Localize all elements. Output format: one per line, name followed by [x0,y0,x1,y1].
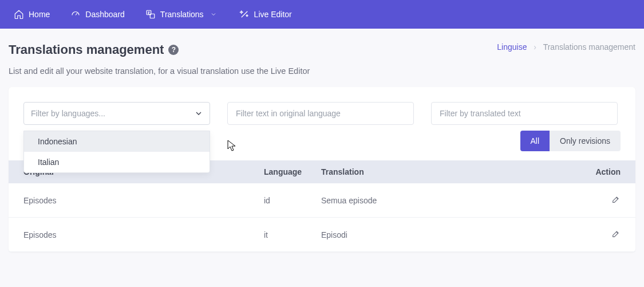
cursor-icon [227,140,236,154]
help-icon[interactable]: ? [168,45,179,55]
top-nav: Home Dashboard Translations Live Editor [0,0,644,29]
cell-original: Episodes [23,196,264,205]
cell-translation: Episodi [321,230,580,239]
page-description: List and edit all your website translati… [0,61,644,87]
nav-dashboard[interactable]: Dashboard [62,5,133,24]
col-language: Language [264,167,321,176]
wand-icon [239,9,250,19]
home-icon [14,9,24,19]
chevron-down-icon [208,9,219,19]
breadcrumb-current: Translations management [543,42,635,52]
dropdown-option-italian[interactable]: Italian [24,152,210,172]
chevron-down-icon [194,109,203,120]
page-header: Translations management ? Linguise › Tra… [0,29,644,61]
nav-translations[interactable]: Translations [137,5,227,24]
breadcrumb: Linguise › Translations management [497,42,635,52]
toggle-revisions[interactable]: Only revisions [550,131,621,151]
chevron-right-icon: › [534,42,536,52]
table-row: Episodes id Semua episode [9,183,635,218]
col-translation: Translation [321,167,580,176]
toggle-all[interactable]: All [520,131,550,151]
cell-original: Episodes [23,230,264,239]
table-row: Episodes it Episodi [9,218,635,252]
filter-row [9,87,635,125]
nav-home[interactable]: Home [6,5,58,24]
page-title: Translations management [9,42,164,57]
cell-language: it [264,230,321,239]
language-filter-input[interactable] [23,102,210,125]
nav-dashboard-label: Dashboard [85,10,125,19]
cell-translation: Semua episode [321,196,580,205]
dropdown-option-indonesian[interactable]: Indonesian [24,131,210,152]
cell-language: id [264,196,321,205]
translations-table: Original Language Translation Action Epi… [9,160,635,252]
edit-icon[interactable] [611,231,621,240]
nav-home-label: Home [29,10,50,19]
language-filter[interactable] [23,102,210,125]
nav-translations-label: Translations [160,10,204,19]
col-action: Action [580,167,621,176]
breadcrumb-root[interactable]: Linguise [497,42,527,52]
translated-text-filter[interactable] [431,102,618,125]
language-dropdown: Indonesian Italian [23,131,210,173]
original-text-filter[interactable] [227,102,414,125]
translate-icon [145,9,156,19]
edit-icon[interactable] [611,196,621,206]
view-toggle: All Only revisions [520,131,621,151]
nav-live-editor[interactable]: Live Editor [231,5,300,24]
nav-live-editor-label: Live Editor [254,10,292,19]
content-panel: Indonesian Italian All Only revisions Or… [9,87,635,252]
speedometer-icon [70,9,81,19]
